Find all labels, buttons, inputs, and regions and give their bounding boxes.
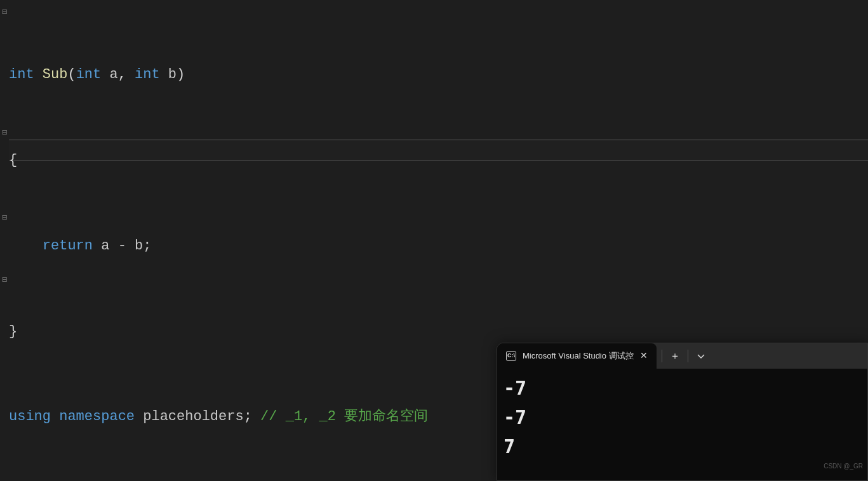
- terminal-output[interactable]: -7 -7 7: [497, 369, 867, 466]
- keyword-int: int: [135, 67, 160, 82]
- output-line: -7: [504, 374, 861, 403]
- divider: [688, 350, 688, 362]
- terminal-tab-title: Microsoft Visual Studio 调试控: [523, 345, 634, 367]
- new-tab-button[interactable]: ＋: [664, 346, 686, 366]
- output-line: -7: [504, 403, 861, 432]
- paren-open: (: [67, 67, 76, 82]
- keyword-namespace: namespace: [59, 409, 135, 425]
- fold-marker[interactable]: ⊟: [0, 208, 9, 229]
- brace-open: {: [9, 152, 17, 168]
- expression: a - b;: [101, 238, 151, 254]
- keyword-int: int: [9, 67, 34, 82]
- namespace-name: placeholders: [143, 409, 243, 425]
- fold-marker[interactable]: ⊟: [0, 270, 9, 291]
- divider: [662, 350, 662, 362]
- tab-dropdown-button[interactable]: [690, 346, 712, 366]
- debug-console-window[interactable]: C:\ Microsoft Visual Studio 调试控 ✕ ＋ -7 -…: [497, 343, 868, 481]
- console-icon: C:\: [506, 351, 516, 361]
- param: a: [109, 67, 117, 82]
- watermark-text: CSDN @_GR: [824, 456, 863, 477]
- function-name: Sub: [43, 67, 68, 82]
- keyword-using: using: [9, 409, 51, 425]
- tab-actions: ＋: [662, 346, 712, 366]
- terminal-tab-bar: C:\ Microsoft Visual Studio 调试控 ✕ ＋: [497, 343, 867, 369]
- folding-gutter[interactable]: ⊟ ⊟ ⊟ ⊟: [0, 0, 9, 481]
- fold-marker[interactable]: ⊟: [0, 2, 9, 23]
- brace-close: }: [9, 324, 17, 339]
- fold-marker[interactable]: ⊟: [0, 122, 9, 144]
- terminal-tab[interactable]: C:\ Microsoft Visual Studio 调试控 ✕: [497, 343, 657, 369]
- comment-text: // _1, _2 要加命名空间: [260, 409, 428, 425]
- keyword-return: return: [43, 238, 93, 254]
- chevron-down-icon: [697, 352, 705, 360]
- output-line: 7: [504, 432, 861, 461]
- close-icon[interactable]: ✕: [640, 345, 648, 367]
- keyword-int: int: [76, 67, 102, 82]
- param: b: [168, 67, 177, 82]
